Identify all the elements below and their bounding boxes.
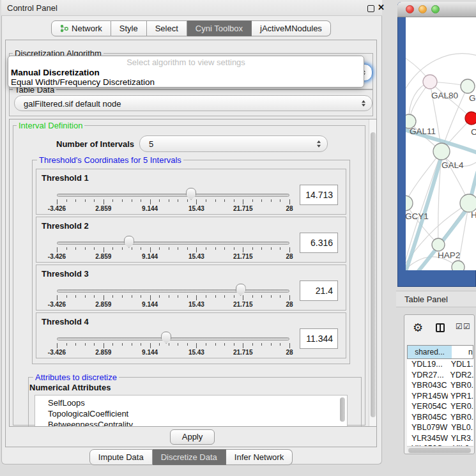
table-row[interactable]: YDR27...YDR2... bbox=[407, 370, 473, 381]
tick-mark bbox=[141, 295, 141, 298]
num-intervals-combobox[interactable]: 5 bbox=[139, 135, 328, 152]
threshold-value-field[interactable]: 21.4 bbox=[300, 280, 338, 301]
tick-mark bbox=[280, 343, 280, 346]
node-label: GCY1 bbox=[406, 211, 429, 221]
network-node-partial[interactable] bbox=[452, 261, 464, 270]
minimize-traffic-light-icon[interactable] bbox=[418, 5, 427, 13]
scrollbar-thumb[interactable] bbox=[408, 448, 471, 453]
network-node-H[interactable] bbox=[460, 194, 476, 212]
tick-mark bbox=[132, 295, 132, 298]
list-scrollbar-thumb[interactable] bbox=[340, 397, 345, 422]
table-data-combobox[interactable]: galFiltered.sif default node bbox=[14, 95, 372, 111]
attribute-list-item[interactable]: TopologicalCoefficient bbox=[35, 408, 347, 419]
table-row[interactable]: YBL079WYBL0... bbox=[407, 422, 473, 433]
tab-style[interactable]: Style bbox=[111, 20, 147, 36]
slider-track[interactable] bbox=[57, 194, 289, 197]
slider-track[interactable] bbox=[57, 289, 289, 293]
tick-mark bbox=[85, 199, 86, 202]
node-label: GAL11 bbox=[410, 127, 436, 136]
table-row[interactable]: YBR043CYBR0... bbox=[407, 380, 473, 391]
tick-label: 9.144 bbox=[131, 205, 169, 212]
tick-mark bbox=[112, 247, 113, 250]
tick-mark bbox=[252, 295, 253, 298]
tick-mark bbox=[122, 199, 123, 202]
slider-thumb[interactable] bbox=[124, 236, 134, 248]
network-canvas[interactable]: GAL80GCGAL11GAL4GCY1HHAP2 bbox=[406, 17, 476, 270]
slider-track[interactable] bbox=[57, 242, 289, 245]
network-node-G[interactable] bbox=[461, 79, 475, 93]
network-node-C[interactable] bbox=[465, 112, 476, 125]
dropdown-prompt: Select algorithm to view settings bbox=[8, 58, 364, 67]
cell-shared-name: YER054C bbox=[407, 401, 448, 412]
table-row[interactable]: YBR045CYBR0... bbox=[407, 412, 473, 423]
tick-mark bbox=[75, 295, 76, 298]
tab-network[interactable]: Network bbox=[51, 20, 111, 36]
threshold-value-field[interactable]: 6.316 bbox=[300, 233, 338, 253]
tick-label: -3.426 bbox=[38, 301, 76, 308]
network-node-GAL80[interactable] bbox=[423, 75, 437, 89]
scrollbar-thumb[interactable] bbox=[371, 132, 376, 417]
algorithm-dropdown-popup: Select algorithm to view settings Manual… bbox=[8, 56, 364, 88]
checkbox-icon[interactable]: ☑ bbox=[456, 322, 463, 331]
table-row[interactable]: YPR145WYPR1... bbox=[407, 391, 473, 402]
tab-cyni-toolbox[interactable]: Cyni Toolbox bbox=[187, 20, 252, 36]
column-header-name[interactable]: n... bbox=[452, 345, 473, 359]
slider-thumb[interactable] bbox=[236, 284, 246, 296]
tab-discretize-data[interactable]: Discretize Data bbox=[153, 449, 226, 465]
cell-name: YDR2... bbox=[448, 370, 473, 381]
tab-label: Infer Network bbox=[234, 450, 284, 464]
tab-impute-data[interactable]: Impute Data bbox=[89, 449, 153, 465]
zoom-traffic-light-icon[interactable] bbox=[431, 5, 440, 13]
slider-thumb[interactable] bbox=[161, 332, 171, 344]
slider-thumb[interactable] bbox=[186, 188, 196, 200]
tick-mark bbox=[85, 343, 86, 346]
attribute-list-item[interactable]: SelfLoops bbox=[35, 397, 347, 408]
settings-scrollbar[interactable] bbox=[369, 119, 376, 426]
tab-jactivemnodules[interactable]: jActiveMNodules bbox=[252, 20, 331, 36]
column-header-shared[interactable]: shared... bbox=[407, 345, 452, 359]
combo-arrows-icon bbox=[317, 141, 321, 148]
threshold-value-field[interactable]: 14.713 bbox=[300, 185, 338, 205]
threshold-value-field[interactable]: 11.344 bbox=[300, 328, 338, 349]
numerical-attributes-list[interactable]: SelfLoopsTopologicalCoefficientBetweenne… bbox=[35, 395, 348, 426]
tick-mark bbox=[215, 247, 216, 250]
tick-label: 21.715 bbox=[224, 253, 262, 260]
tab-infer-network[interactable]: Infer Network bbox=[226, 449, 293, 465]
tick-mark bbox=[261, 343, 262, 346]
close-traffic-light-icon[interactable] bbox=[406, 5, 414, 13]
tick-mark bbox=[132, 247, 132, 250]
gear-icon[interactable]: ⚙ bbox=[413, 321, 423, 335]
tick-label: 28 bbox=[270, 253, 309, 260]
tick-mark bbox=[112, 343, 113, 346]
tick-label: 2.859 bbox=[84, 205, 123, 212]
slider-track[interactable] bbox=[57, 337, 289, 341]
table-row[interactable]: YER054CYER0... bbox=[407, 401, 473, 412]
network-node-GCY1[interactable] bbox=[406, 196, 413, 211]
tab-label: Select bbox=[155, 21, 178, 36]
table-row[interactable]: YDL19...YDL1... bbox=[407, 359, 473, 370]
tick-mark bbox=[159, 295, 160, 298]
tick-mark bbox=[224, 199, 225, 202]
tick-mark bbox=[57, 295, 58, 300]
horizontal-scrollbar[interactable] bbox=[407, 446, 473, 454]
tick-mark bbox=[289, 295, 290, 300]
network-node-GAL4[interactable] bbox=[433, 143, 450, 160]
network-node-HAP2[interactable] bbox=[432, 238, 445, 251]
tick-mark bbox=[206, 199, 206, 202]
dropdown-option-equal-width[interactable]: Equal Width/Frequency Discretization bbox=[11, 77, 155, 87]
apply-button[interactable]: Apply bbox=[170, 429, 215, 445]
tick-mark bbox=[104, 199, 104, 204]
dropdown-option-manual[interactable]: Manual Discretization bbox=[11, 68, 100, 77]
tick-mark bbox=[169, 295, 169, 298]
table-row[interactable]: YLR345WYLR3... bbox=[407, 433, 473, 444]
tick-mark bbox=[169, 247, 169, 250]
tick-mark bbox=[178, 295, 178, 298]
float-window-icon[interactable] bbox=[367, 5, 374, 12]
network-window-titlebar bbox=[397, 2, 476, 17]
attribute-list-item[interactable]: BetweennessCentrality bbox=[35, 419, 347, 426]
close-icon[interactable]: ✕ bbox=[378, 3, 385, 12]
checkbox-icon[interactable]: ☑ bbox=[463, 322, 470, 331]
columns-icon[interactable] bbox=[436, 323, 445, 332]
table-rows[interactable]: YDL19...YDL1...YDR27...YDR2...YBR043CYBR… bbox=[407, 359, 473, 447]
tab-select[interactable]: Select bbox=[147, 20, 187, 36]
